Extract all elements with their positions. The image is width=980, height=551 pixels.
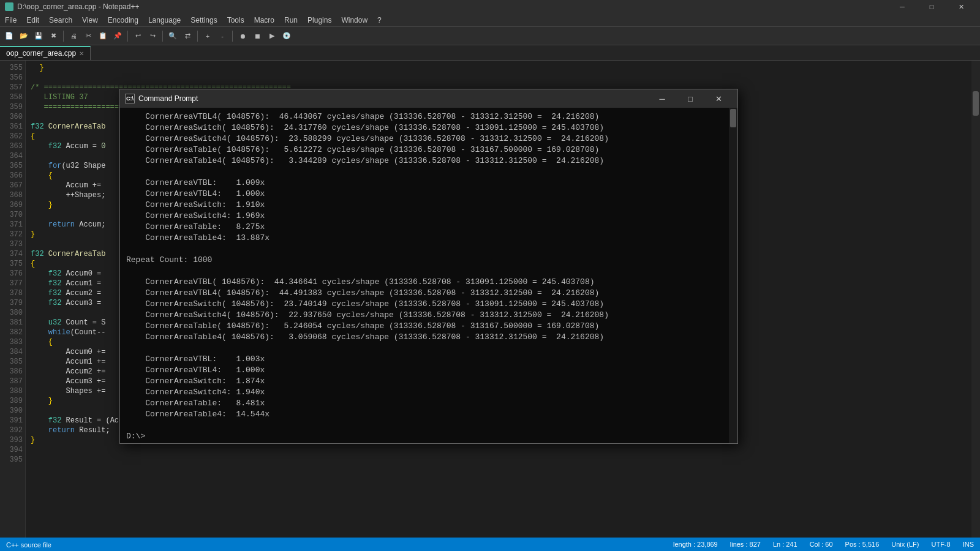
menu-run[interactable]: Run: [279, 13, 303, 27]
print-button[interactable]: 🖨: [67, 29, 80, 43]
ln-392: 392: [0, 425, 23, 435]
macro-record-button[interactable]: ⏺: [236, 29, 249, 43]
ln-385: 385: [0, 357, 23, 367]
title-bar-left: D:\oop_corner_area.cpp - Notepad++: [5, 2, 139, 11]
zoom-out-button[interactable]: -: [216, 29, 229, 43]
status-right: length : 23,869 lines : 827 Ln : 241 Col…: [673, 541, 974, 548]
cmd-controls: ─ □ ✕: [648, 89, 733, 108]
macro-stop-button[interactable]: ⏹: [251, 29, 264, 43]
menu-plugins[interactable]: Plugins: [303, 13, 336, 27]
status-length: length : 23,869: [673, 541, 718, 548]
status-line-ending: Unix (LF): [891, 541, 919, 548]
cmd-titlebar: C:\ Command Prompt ─ □ ✕: [120, 89, 737, 108]
ln-375: 375: [0, 259, 23, 269]
separator-1: [63, 31, 64, 42]
title-bar: D:\oop_corner_area.cpp - Notepad++ ─ □ ✕: [0, 0, 980, 13]
status-file-type: C++ source file: [6, 539, 661, 550]
ln-374: 374: [0, 249, 23, 259]
new-button[interactable]: 📄: [2, 29, 16, 43]
cmd-scroll-thumb[interactable]: [730, 109, 736, 127]
ln-357: 357: [0, 83, 23, 92]
ln-384: 384: [0, 347, 23, 357]
ln-361: 361: [0, 122, 23, 132]
macro-save-button[interactable]: 💿: [280, 29, 293, 43]
command-prompt-window[interactable]: C:\ Command Prompt ─ □ ✕ CornerAreaVTBL4…: [119, 89, 738, 444]
maximize-button[interactable]: □: [918, 0, 946, 13]
separator-2: [127, 31, 128, 42]
ln-382: 382: [0, 328, 23, 337]
ln-369: 369: [0, 200, 23, 210]
tab-oop-corner[interactable]: oop_corner_area.cpp ✕: [0, 46, 91, 60]
cmd-minimize-button[interactable]: ─: [648, 89, 676, 108]
cmd-scrollbar[interactable]: [729, 108, 737, 443]
ln-381: 381: [0, 318, 23, 328]
menu-encoding[interactable]: Encoding: [103, 13, 143, 27]
separator-3: [162, 31, 163, 42]
open-button[interactable]: 📂: [17, 29, 31, 43]
ln-371: 371: [0, 220, 23, 230]
cmd-close-button[interactable]: ✕: [704, 89, 733, 108]
replace-button[interactable]: ⇄: [181, 29, 194, 43]
redo-button[interactable]: ↪: [146, 29, 159, 43]
ln-368: 368: [0, 190, 23, 200]
menu-search[interactable]: Search: [44, 13, 77, 27]
ln-363: 363: [0, 141, 23, 151]
status-bar: C++ source file length : 23,869 lines : …: [0, 538, 980, 551]
separator-4: [197, 31, 198, 42]
tab-bar: oop_corner_area.cpp ✕: [0, 45, 980, 61]
menu-window[interactable]: Window: [336, 13, 372, 27]
app-icon: [5, 2, 13, 11]
find-button[interactable]: 🔍: [166, 29, 179, 43]
cmd-maximize-button[interactable]: □: [676, 89, 704, 108]
ln-364: 364: [0, 151, 23, 161]
zoom-in-button[interactable]: +: [201, 29, 214, 43]
tab-close-icon[interactable]: ✕: [79, 47, 84, 61]
ln-366: 366: [0, 171, 23, 181]
minimize-button[interactable]: ─: [888, 0, 916, 13]
cmd-icon: C:\: [125, 94, 135, 103]
ln-389: 389: [0, 396, 23, 406]
undo-button[interactable]: ↩: [131, 29, 145, 43]
ln-394: 394: [0, 445, 23, 455]
menu-help[interactable]: ?: [372, 13, 386, 27]
status-pos: Pos : 5,516: [845, 541, 880, 548]
copy-button[interactable]: 📋: [96, 29, 110, 43]
ln-383: 383: [0, 337, 23, 347]
ln-377: 377: [0, 279, 23, 288]
ln-356: 356: [0, 73, 23, 83]
ln-373: 373: [0, 239, 23, 249]
menu-edit[interactable]: Edit: [21, 13, 44, 27]
paste-button[interactable]: 📌: [111, 29, 124, 43]
menu-settings[interactable]: Settings: [186, 13, 222, 27]
ln-390: 390: [0, 406, 23, 416]
ln-387: 387: [0, 377, 23, 386]
ln-393: 393: [0, 435, 23, 445]
status-ins: INS: [963, 541, 974, 548]
ln-358: 358: [0, 92, 23, 102]
ln-365: 365: [0, 161, 23, 171]
ln-391: 391: [0, 416, 23, 425]
menu-tools[interactable]: Tools: [222, 13, 249, 27]
ln-359: 359: [0, 102, 23, 112]
save-button[interactable]: 💾: [32, 29, 45, 43]
toolbar: 📄 📂 💾 ✖ 🖨 ✂ 📋 📌 ↩ ↪ 🔍 ⇄ + - ⏺ ⏹ ▶ 💿: [0, 27, 980, 45]
cmd-body: CornerAreaVTBL4( 1048576): 46.443067 cyc…: [120, 108, 737, 443]
ln-367: 367: [0, 181, 23, 190]
ln-362: 362: [0, 132, 23, 141]
cmd-title-left: C:\ Command Prompt: [125, 94, 198, 103]
scrollbar-thumb[interactable]: [973, 91, 979, 116]
tab-label: oop_corner_area.cpp: [6, 47, 76, 61]
macro-play-button[interactable]: ▶: [265, 29, 279, 43]
close-button[interactable]: ✕: [947, 0, 975, 13]
ln-388: 388: [0, 386, 23, 396]
editor-scrollbar[interactable]: [971, 61, 980, 538]
status-lines: lines : 827: [730, 541, 761, 548]
close-file-button[interactable]: ✖: [47, 29, 60, 43]
menu-bar: File Edit Search View Encoding Language …: [0, 13, 980, 27]
cut-button[interactable]: ✂: [81, 29, 95, 43]
menu-view[interactable]: View: [77, 13, 103, 27]
menu-macro[interactable]: Macro: [249, 13, 279, 27]
status-encoding: UTF-8: [931, 541, 950, 548]
menu-file[interactable]: File: [0, 13, 21, 27]
menu-language[interactable]: Language: [143, 13, 186, 27]
